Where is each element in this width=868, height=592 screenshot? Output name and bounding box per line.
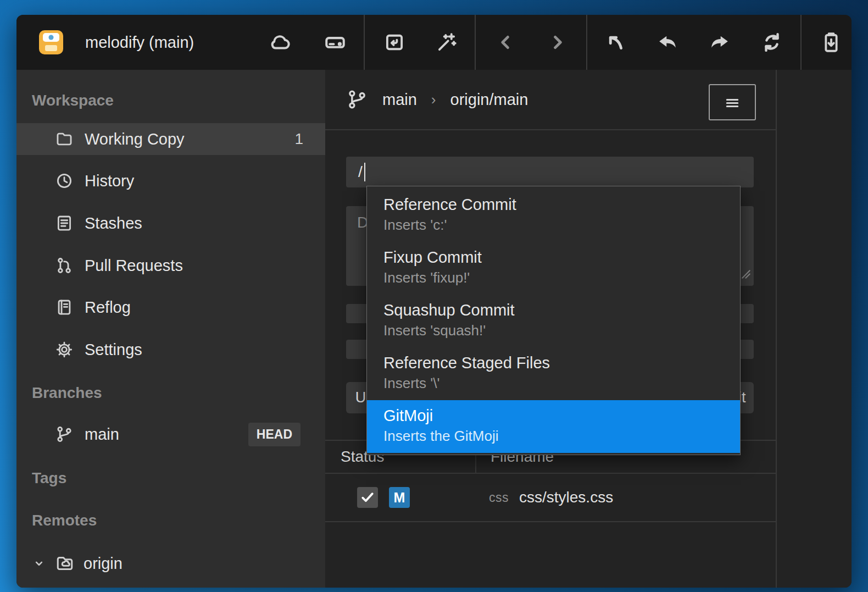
drive-button[interactable] — [320, 27, 350, 58]
breadcrumb-chevron: › — [431, 91, 436, 108]
cloud-icon — [269, 31, 292, 54]
sidebar-item-reflog[interactable]: Reflog — [16, 291, 325, 323]
current-branch-label[interactable]: main — [382, 91, 417, 109]
sidebar-item-label: Working Copy — [85, 130, 185, 148]
sync-button[interactable] — [756, 27, 787, 58]
sidebar: Workspace Working Copy 1 History — [16, 70, 325, 588]
commit-summary-input[interactable]: / — [346, 157, 754, 187]
back-chevron-icon — [494, 31, 517, 54]
repository-icon — [383, 31, 406, 54]
reflog-journal-icon — [55, 298, 74, 317]
autocomplete-item-subtitle: Inserts '\' — [383, 373, 740, 394]
back-button[interactable] — [490, 27, 521, 58]
remote-folder-icon — [55, 554, 75, 573]
branch-name-label: main — [85, 425, 119, 444]
toolbar-separator — [800, 15, 802, 70]
workspace-heading: Workspace — [16, 88, 325, 113]
pull-button[interactable] — [652, 27, 683, 58]
stage-checkbox[interactable] — [357, 487, 378, 508]
folder-icon — [55, 130, 74, 148]
filename-label: css/styles.css — [519, 474, 613, 521]
autocomplete-item-subtitle: Inserts 'fixup!' — [383, 267, 740, 288]
autocomplete-item-gitmoji[interactable]: GitMoji Inserts the GitMoji — [367, 400, 740, 453]
gear-icon — [55, 340, 74, 359]
sidebar-item-label: Pull Requests — [85, 257, 183, 275]
branches-heading: Branches — [16, 380, 325, 406]
branch-icon — [346, 88, 368, 110]
sidebar-item-remote-origin[interactable]: origin — [16, 547, 325, 580]
working-copy-count-badge: 1 — [294, 130, 303, 148]
sidebar-item-settings[interactable]: Settings — [16, 334, 325, 366]
forward-chevron-icon — [546, 31, 569, 54]
stash-clipboard-icon — [820, 31, 843, 54]
push-button[interactable] — [704, 27, 735, 58]
branch-menu-button[interactable] — [709, 84, 756, 120]
history-clock-icon — [55, 171, 74, 190]
integrate-button[interactable] — [600, 27, 631, 58]
toolbar-separator — [364, 15, 365, 70]
autocomplete-item-reference-staged-files[interactable]: Reference Staged Files Inserts '\' — [367, 347, 740, 400]
titlebar: melodify (main) — [16, 15, 852, 70]
pull-arrow-icon — [656, 31, 679, 54]
forward-button[interactable] — [542, 27, 573, 58]
tags-heading: Tags — [16, 466, 325, 491]
autocomplete-item-title: Reference Commit — [383, 195, 740, 214]
sidebar-item-stashes[interactable]: Stashes — [16, 207, 325, 239]
window-title: melodify (main) — [85, 15, 194, 70]
command-palette-wand-icon — [435, 31, 458, 54]
push-arrow-icon — [708, 31, 731, 54]
sidebar-item-branch-main[interactable]: main HEAD — [16, 418, 325, 451]
pull-request-icon — [55, 256, 74, 275]
autocomplete-item-squashup-commit[interactable]: Squashup Commit Inserts 'squash!' — [367, 295, 740, 347]
resize-grip[interactable] — [741, 266, 752, 284]
check-icon — [359, 489, 376, 506]
sidebar-item-label: History — [85, 172, 134, 190]
branch-icon — [55, 425, 74, 444]
sidebar-item-pull-requests[interactable]: Pull Requests — [16, 250, 325, 281]
modified-status-badge: M — [389, 487, 410, 508]
stash-button[interactable] — [816, 27, 847, 58]
autocomplete-item-reference-commit[interactable]: Reference Commit Inserts 'c:' — [367, 189, 740, 242]
cloud-button[interactable] — [265, 27, 296, 58]
autocomplete-popup: Reference Commit Inserts 'c:' Fixup Comm… — [366, 186, 741, 455]
sync-arrows-icon — [760, 31, 783, 54]
upstream-branch-label[interactable]: origin/main — [450, 91, 528, 109]
hamburger-menu-icon — [722, 92, 742, 112]
autocomplete-item-fixup-commit[interactable]: Fixup Commit Inserts 'fixup!' — [367, 242, 740, 295]
autocomplete-item-subtitle: Inserts 'squash!' — [383, 320, 740, 341]
drive-icon — [324, 31, 347, 54]
table-row[interactable]: M css css/styles.css — [325, 474, 776, 522]
stashes-note-icon — [55, 214, 74, 233]
chevron-down-icon[interactable] — [32, 556, 46, 571]
repository-button[interactable] — [379, 27, 410, 58]
autocomplete-item-subtitle: Inserts 'c:' — [383, 214, 740, 235]
commit-summary-value: / — [358, 163, 363, 181]
text-caret — [364, 163, 365, 181]
sidebar-item-label: Settings — [85, 341, 142, 359]
command-palette-button[interactable] — [431, 27, 462, 58]
autocomplete-item-title: GitMoji — [383, 406, 740, 425]
remotes-heading: Remotes — [16, 508, 325, 533]
panel-divider — [776, 70, 777, 588]
file-type-label: css — [489, 474, 509, 521]
remote-name-label: origin — [84, 555, 123, 573]
autocomplete-item-subtitle: Inserts the GitMoji — [383, 425, 740, 446]
autocomplete-item-title: Squashup Commit — [383, 300, 740, 320]
sidebar-item-label: Reflog — [85, 298, 131, 317]
app-window: melodify (main) — [16, 15, 852, 588]
integrate-arrow-icon — [604, 31, 627, 54]
branch-bar: main › origin/main — [325, 70, 776, 130]
sidebar-item-history[interactable]: History — [16, 165, 325, 197]
head-badge: HEAD — [248, 423, 301, 446]
toolbar-separator — [586, 15, 587, 70]
melodify-app-icon — [37, 29, 65, 56]
sidebar-item-working-copy[interactable]: Working Copy 1 — [16, 123, 325, 155]
autocomplete-item-title: Reference Staged Files — [383, 353, 740, 373]
autocomplete-item-title: Fixup Commit — [383, 247, 740, 267]
sidebar-item-label: Stashes — [85, 214, 142, 233]
toolbar-separator — [475, 15, 476, 70]
